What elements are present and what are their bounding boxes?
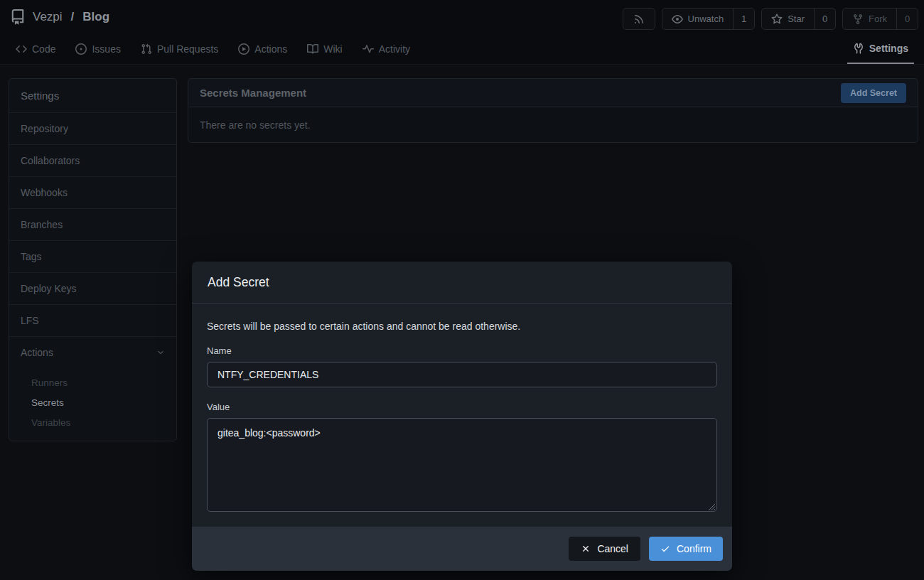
tab-pull-requests[interactable]: Pull Requests xyxy=(138,34,221,64)
cancel-button[interactable]: Cancel xyxy=(569,537,640,561)
rss-button[interactable] xyxy=(623,8,655,30)
tab-activity-label: Activity xyxy=(379,43,410,55)
secret-value-textarea[interactable]: gitea_blog:<password> xyxy=(207,418,717,512)
tab-wiki[interactable]: Wiki xyxy=(304,34,345,64)
sidebar-title: Settings xyxy=(9,79,176,112)
fork-icon xyxy=(852,14,864,25)
tab-actions-label: Actions xyxy=(254,43,287,55)
tab-issues-label: Issues xyxy=(92,43,120,55)
sidebar-item-tags[interactable]: Tags xyxy=(9,240,176,272)
close-icon xyxy=(581,544,591,554)
secret-value-label: Value xyxy=(207,402,717,412)
star-label: Star xyxy=(788,14,805,24)
repo-owner-link[interactable]: Vezpi xyxy=(33,10,63,24)
settings-sidebar: Settings Repository Collaborators Webhoo… xyxy=(9,78,177,441)
tab-code-label: Code xyxy=(32,43,55,55)
pull-request-icon xyxy=(141,43,152,55)
modal-header: Add Secret xyxy=(192,262,732,304)
modal-footer: Cancel Confirm xyxy=(192,527,732,571)
tab-settings-label: Settings xyxy=(869,43,908,54)
modal-title: Add Secret xyxy=(208,275,269,290)
sidebar-item-lfs[interactable]: LFS xyxy=(9,304,176,336)
unwatch-button[interactable]: Unwatch xyxy=(662,9,734,29)
star-button-group: Star 0 xyxy=(761,8,836,30)
stars-count[interactable]: 0 xyxy=(814,9,835,29)
navbar-title-row: Vezpi / Blog Unwatch 1 xyxy=(0,0,924,34)
rss-icon xyxy=(633,14,645,25)
add-secret-button[interactable]: Add Secret xyxy=(841,83,906,103)
confirm-button[interactable]: Confirm xyxy=(649,537,723,561)
repo-tab-bar: Code Issues Pull Requests Actions Wiki A… xyxy=(0,34,924,64)
sidebar-subitem-secrets[interactable]: Secrets xyxy=(9,392,176,412)
watch-button-group: Unwatch 1 xyxy=(662,8,756,30)
wrench-icon xyxy=(853,43,864,54)
repo-icon xyxy=(10,9,26,25)
sidebar-actions-submenu: Runners Secrets Variables xyxy=(9,368,176,441)
secrets-panel-body: There are no secrets yet. xyxy=(188,107,918,143)
repo-name-link[interactable]: Blog xyxy=(82,10,109,24)
sidebar-item-repository[interactable]: Repository xyxy=(9,112,176,144)
tab-wiki-label: Wiki xyxy=(323,43,342,55)
secrets-panel: Secrets Management Add Secret There are … xyxy=(188,78,918,143)
sidebar-item-collaborators[interactable]: Collaborators xyxy=(9,144,176,176)
issue-opened-icon xyxy=(75,43,87,55)
modal-body: Secrets will be passed to certain action… xyxy=(192,304,732,515)
watchers-count[interactable]: 1 xyxy=(733,9,754,29)
pulse-icon xyxy=(362,43,374,55)
breadcrumb-separator: / xyxy=(71,10,75,24)
fork-label: Fork xyxy=(869,14,887,24)
chevron-down-icon xyxy=(156,348,165,357)
top-navbar: Vezpi / Blog Unwatch 1 xyxy=(0,0,924,65)
book-icon xyxy=(307,43,318,55)
secret-name-input[interactable] xyxy=(207,362,717,387)
unwatch-label: Unwatch xyxy=(688,14,724,24)
repo-breadcrumb: Vezpi / Blog xyxy=(10,9,109,25)
tab-code[interactable]: Code xyxy=(13,34,58,64)
eye-icon xyxy=(672,14,683,25)
sidebar-subitem-variables[interactable]: Variables xyxy=(9,412,176,432)
forks-count[interactable]: 0 xyxy=(896,9,918,29)
play-circle-icon xyxy=(238,43,249,55)
secrets-panel-header: Secrets Management Add Secret xyxy=(188,78,918,107)
sidebar-item-branches[interactable]: Branches xyxy=(9,208,176,240)
add-secret-modal: Add Secret Secrets will be passed to cer… xyxy=(192,262,732,571)
sidebar-item-actions[interactable]: Actions xyxy=(9,336,176,368)
fork-button[interactable]: Fork xyxy=(843,9,896,29)
sidebar-item-webhooks[interactable]: Webhooks xyxy=(9,176,176,208)
panel-title: Secrets Management xyxy=(200,87,306,99)
sidebar-subitem-runners[interactable]: Runners xyxy=(9,372,176,392)
star-icon xyxy=(771,14,783,25)
repo-action-buttons: Unwatch 1 Star 0 Fork xyxy=(623,8,918,30)
empty-secrets-message: There are no secrets yet. xyxy=(200,119,311,131)
confirm-button-label: Confirm xyxy=(677,543,711,554)
fork-button-group: Fork 0 xyxy=(842,8,918,30)
cancel-button-label: Cancel xyxy=(597,543,628,554)
secret-name-label: Name xyxy=(207,345,717,356)
sidebar-item-actions-label: Actions xyxy=(21,347,53,358)
tab-activity[interactable]: Activity xyxy=(360,34,413,64)
tab-actions[interactable]: Actions xyxy=(235,34,290,64)
code-icon xyxy=(16,43,27,55)
sidebar-item-deploy-keys[interactable]: Deploy Keys xyxy=(9,272,176,304)
star-button[interactable]: Star xyxy=(762,9,814,29)
resize-handle-icon[interactable] xyxy=(707,503,716,511)
modal-description: Secrets will be passed to certain action… xyxy=(207,321,717,332)
check-icon xyxy=(660,544,670,554)
tab-pull-requests-label: Pull Requests xyxy=(157,43,218,55)
tab-issues[interactable]: Issues xyxy=(72,34,123,64)
secret-value-wrap: gitea_blog:<password> xyxy=(207,418,717,515)
tab-settings[interactable]: Settings xyxy=(847,34,914,64)
